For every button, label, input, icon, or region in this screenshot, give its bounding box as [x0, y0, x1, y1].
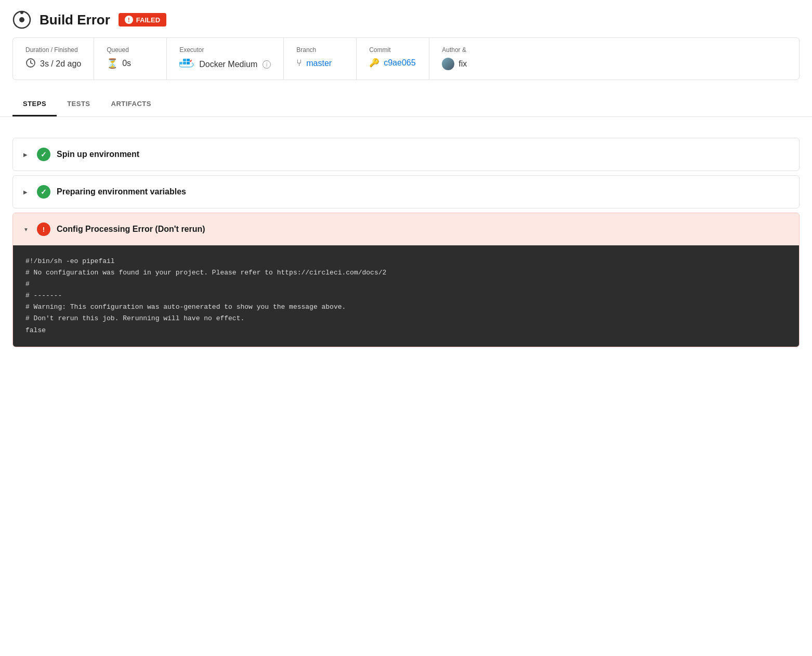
key-icon: 🔑 [369, 58, 379, 68]
executor-cell: Executor Docker Medium i [167, 38, 284, 80]
avatar [442, 58, 454, 70]
step-env-vars-title: Preparing environment variables [57, 187, 186, 196]
step-env-vars: ▶ ✓ Preparing environment variables [12, 175, 800, 208]
svg-point-2 [20, 11, 23, 14]
page-header: Build Error ! FAILED [0, 0, 812, 37]
branch-value[interactable]: ⑂ master [296, 58, 344, 69]
step-env-vars-header[interactable]: ▶ ✓ Preparing environment variables [13, 176, 799, 208]
commit-label: Commit [369, 46, 416, 54]
page-title: Build Error [40, 12, 110, 28]
svg-rect-6 [187, 62, 190, 64]
clock-icon [25, 58, 36, 70]
tab-tests[interactable]: TESTS [57, 93, 100, 116]
chevron-right-icon: ▶ [23, 152, 31, 158]
failed-badge: ! FAILED [119, 13, 166, 27]
build-info-card: Duration / Finished 3s / 2d ago Queued ⏳… [12, 37, 800, 80]
svg-rect-7 [183, 59, 186, 61]
success-icon: ✓ [37, 148, 50, 161]
step-config-error-header[interactable]: ▼ ! Config Processing Error (Don't rerun… [13, 213, 799, 245]
branch-cell: Branch ⑂ master [284, 38, 357, 80]
steps-section: ▶ ✓ Spin up environment ▶ ✓ Preparing en… [0, 127, 812, 362]
queued-label: Queued [107, 46, 154, 54]
step-spin-up-title: Spin up environment [57, 150, 139, 159]
exclamation-icon: ! [125, 16, 133, 24]
tab-artifacts[interactable]: ARTIFACTS [101, 93, 162, 116]
commit-value[interactable]: 🔑 c9ae065 [369, 58, 416, 68]
executor-value: Docker Medium i [179, 58, 271, 71]
svg-rect-5 [183, 62, 186, 64]
step-spin-up-header[interactable]: ▶ ✓ Spin up environment [13, 138, 799, 170]
badge-label: FAILED [136, 16, 160, 24]
author-cell: Author & fix [429, 38, 502, 80]
circleci-icon [12, 10, 31, 29]
chevron-down-icon: ▼ [23, 227, 31, 232]
branch-icon: ⑂ [296, 58, 302, 69]
svg-point-1 [19, 17, 24, 22]
hourglass-icon: ⏳ [107, 58, 118, 69]
queued-value: ⏳ 0s [107, 58, 154, 69]
docker-icon [179, 58, 195, 71]
terminal-output: #!/bin/sh -eo pipefail # No configuratio… [13, 245, 799, 347]
commit-cell: Commit 🔑 c9ae065 [357, 38, 429, 80]
executor-label: Executor [179, 46, 271, 54]
step-config-error: ▼ ! Config Processing Error (Don't rerun… [12, 213, 800, 347]
duration-label: Duration / Finished [25, 46, 81, 54]
error-icon: ! [37, 222, 50, 236]
chevron-right-icon-2: ▶ [23, 189, 31, 195]
info-icon[interactable]: i [263, 60, 271, 69]
success-icon-2: ✓ [37, 185, 50, 199]
tab-steps[interactable]: STEPS [12, 93, 57, 116]
tabs: STEPS TESTS ARTIFACTS [12, 93, 800, 116]
step-spin-up: ▶ ✓ Spin up environment [12, 138, 800, 171]
author-value: fix [442, 58, 490, 70]
branch-label: Branch [296, 46, 344, 54]
duration-value: 3s / 2d ago [25, 58, 81, 70]
svg-rect-8 [187, 59, 190, 61]
author-label: Author & [442, 46, 490, 54]
queued-cell: Queued ⏳ 0s [94, 38, 167, 80]
tabs-container: STEPS TESTS ARTIFACTS [0, 93, 812, 117]
duration-cell: Duration / Finished 3s / 2d ago [13, 38, 94, 80]
step-config-error-title: Config Processing Error (Don't rerun) [57, 225, 205, 234]
